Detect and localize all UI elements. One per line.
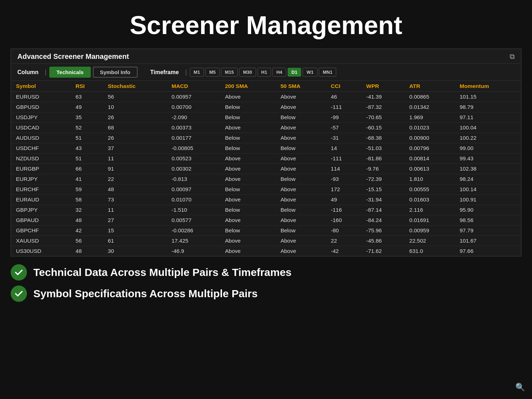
- cell-row9-col0: EURCHF: [11, 184, 71, 195]
- cell-row3-col7: -60.15: [361, 123, 405, 133]
- tf-m30[interactable]: M30: [239, 68, 256, 77]
- col-header-wpr: WPR: [361, 81, 405, 92]
- cell-row4-col5: Above: [276, 133, 326, 143]
- cell-row0-col3: 0.00957: [167, 92, 220, 102]
- table-row: AUDUSD51260.00177BelowAbove-31-68.380.00…: [11, 133, 521, 143]
- cell-row7-col2: 91: [103, 164, 167, 174]
- cell-row14-col4: Above: [220, 236, 275, 246]
- cell-row11-col7: -87.14: [361, 205, 405, 215]
- cell-row10-col6: 49: [326, 195, 361, 205]
- cell-row1-col1: 49: [71, 102, 103, 112]
- table-row: XAUUSD566117.425AboveAbove22-45.8622.502…: [11, 236, 521, 246]
- cell-row1-col6: -111: [326, 102, 361, 112]
- cell-row15-col0: US30USD: [11, 246, 71, 256]
- cell-row7-col1: 66: [71, 164, 103, 174]
- table-row: GBPCHF4215-0.00286BelowBelow-80-75.960.0…: [11, 226, 521, 236]
- table-row: GBPUSD49100.00700BelowAbove-111-87.320.0…: [11, 102, 521, 112]
- cell-row0-col5: Above: [276, 92, 326, 102]
- cell-row5-col9: 99.00: [455, 143, 521, 154]
- tf-h1[interactable]: H1: [257, 68, 271, 77]
- tf-m5[interactable]: M5: [205, 68, 220, 77]
- table-row: GBPAUD48270.00577AboveAbove-160-84.240.0…: [11, 215, 521, 226]
- cell-row11-col0: GBPJPY: [11, 205, 71, 215]
- cell-row1-col0: GBPUSD: [11, 102, 71, 112]
- cell-row6-col5: Above: [276, 154, 326, 164]
- cell-row3-col2: 68: [103, 123, 167, 133]
- screener-panel: Advanced Screener Management ⧉ Column | …: [11, 49, 521, 256]
- cell-row9-col4: Below: [220, 184, 275, 195]
- tf-mn1[interactable]: MN1: [319, 68, 336, 77]
- column-label: Column: [17, 69, 39, 76]
- cell-row13-col4: Below: [220, 226, 275, 236]
- cell-row12-col9: 98.56: [455, 215, 521, 226]
- cell-row7-col6: 114: [326, 164, 361, 174]
- col-header-macd: MACD: [167, 81, 220, 92]
- cell-row11-col6: -116: [326, 205, 361, 215]
- cell-row5-col7: -51.03: [361, 143, 405, 154]
- cell-row13-col0: GBPCHF: [11, 226, 71, 236]
- cell-row9-col2: 48: [103, 184, 167, 195]
- tf-w1[interactable]: W1: [303, 68, 317, 77]
- cell-row4-col3: 0.00177: [167, 133, 220, 143]
- tf-m1[interactable]: M1: [190, 68, 204, 77]
- cell-row11-col3: -1.510: [167, 205, 220, 215]
- cell-row0-col8: 0.00865: [404, 92, 455, 102]
- cell-row10-col3: 0.01070: [167, 195, 220, 205]
- cell-row13-col2: 15: [103, 226, 167, 236]
- tab-technicals[interactable]: Technicals: [49, 67, 90, 78]
- cell-row8-col4: Above: [220, 174, 275, 184]
- table-row: USDCAD52680.00373AboveAbove-57-60.150.01…: [11, 123, 521, 133]
- tf-d1[interactable]: D1: [288, 68, 301, 77]
- tf-h4[interactable]: H4: [272, 68, 286, 77]
- cell-row6-col9: 99.43: [455, 154, 521, 164]
- cell-row14-col5: Above: [276, 236, 326, 246]
- col-header-sma50: 50 SMA: [276, 81, 326, 92]
- cell-row11-col5: Below: [276, 205, 326, 215]
- col-header-stochastic: Stochastic: [103, 81, 167, 92]
- cell-row13-col6: -80: [326, 226, 361, 236]
- cell-row10-col0: EURAUD: [11, 195, 71, 205]
- tab-symbol-info[interactable]: Symbol Info: [93, 67, 138, 78]
- cell-row3-col1: 52: [71, 123, 103, 133]
- cell-row1-col9: 98.79: [455, 102, 521, 112]
- cell-row13-col8: 0.00959: [404, 226, 455, 236]
- col-header-rsi: RSI: [71, 81, 103, 92]
- cell-row6-col2: 11: [103, 154, 167, 164]
- cell-row1-col8: 0.01342: [404, 102, 455, 112]
- cell-row4-col6: -31: [326, 133, 361, 143]
- cell-row7-col8: 0.00613: [404, 164, 455, 174]
- cell-row0-col7: -41.39: [361, 92, 405, 102]
- cell-row2-col8: 1.969: [404, 112, 455, 123]
- cell-row2-col7: -70.65: [361, 112, 405, 123]
- cell-row8-col5: Below: [276, 174, 326, 184]
- cell-row3-col5: Above: [276, 123, 326, 133]
- cell-row8-col2: 22: [103, 174, 167, 184]
- col-header-cci: CCI: [326, 81, 361, 92]
- tf-m15[interactable]: M15: [221, 68, 238, 77]
- col-header-sma200: 200 SMA: [220, 81, 275, 92]
- cell-row15-col9: 97.66: [455, 246, 521, 256]
- cell-row1-col3: 0.00700: [167, 102, 220, 112]
- cell-row2-col0: USDJPY: [11, 112, 71, 123]
- col-header-atr: ATR: [404, 81, 455, 92]
- cell-row15-col2: 30: [103, 246, 167, 256]
- cell-row5-col4: Below: [220, 143, 275, 154]
- cell-row14-col9: 101.67: [455, 236, 521, 246]
- cell-row3-col0: USDCAD: [11, 123, 71, 133]
- cell-row1-col2: 10: [103, 102, 167, 112]
- cell-row3-col6: -57: [326, 123, 361, 133]
- zoom-icon: 🔍: [515, 383, 525, 392]
- panel-title: Advanced Screener Management: [17, 52, 129, 61]
- cell-row15-col1: 48: [71, 246, 103, 256]
- cell-row9-col9: 100.14: [455, 184, 521, 195]
- cell-row4-col7: -68.38: [361, 133, 405, 143]
- cell-row12-col6: -160: [326, 215, 361, 226]
- cell-row14-col6: 22: [326, 236, 361, 246]
- cell-row3-col8: 0.01023: [404, 123, 455, 133]
- cell-row12-col1: 48: [71, 215, 103, 226]
- cell-row2-col2: 26: [103, 112, 167, 123]
- feature-item-2: Symbol Specifications Across Multiple Pa…: [11, 286, 521, 302]
- timeframe-label: Timeframe: [150, 69, 179, 76]
- bottom-features: Technical Data Across Multiple Pairs & T…: [11, 264, 521, 302]
- cell-row9-col1: 59: [71, 184, 103, 195]
